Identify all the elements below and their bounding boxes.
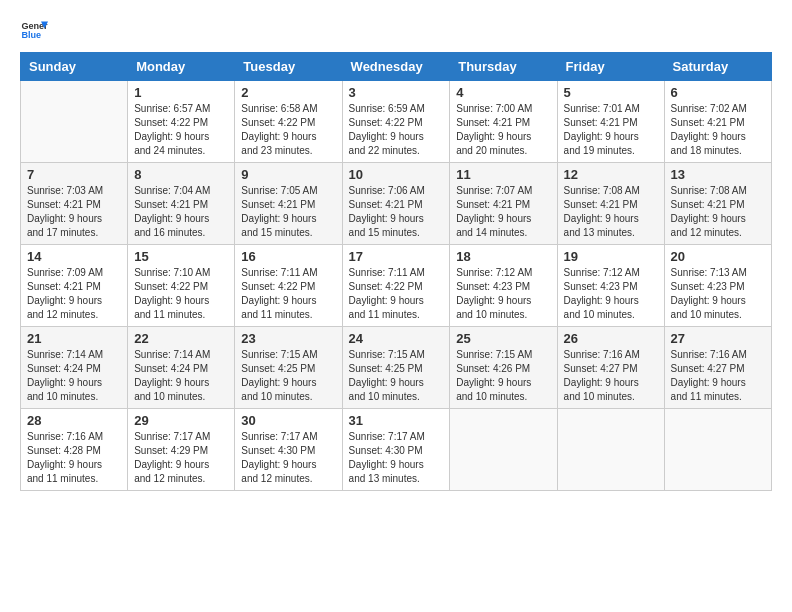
day-info: Sunrise: 7:13 AM Sunset: 4:23 PM Dayligh… <box>671 266 765 322</box>
day-number: 13 <box>671 167 765 182</box>
day-info: Sunrise: 7:14 AM Sunset: 4:24 PM Dayligh… <box>27 348 121 404</box>
day-info: Sunrise: 7:01 AM Sunset: 4:21 PM Dayligh… <box>564 102 658 158</box>
calendar-day-header: Monday <box>128 53 235 81</box>
calendar-day-cell: 1Sunrise: 6:57 AM Sunset: 4:22 PM Daylig… <box>128 81 235 163</box>
day-info: Sunrise: 7:08 AM Sunset: 4:21 PM Dayligh… <box>671 184 765 240</box>
calendar-day-cell: 14Sunrise: 7:09 AM Sunset: 4:21 PM Dayli… <box>21 245 128 327</box>
day-info: Sunrise: 7:03 AM Sunset: 4:21 PM Dayligh… <box>27 184 121 240</box>
calendar-day-cell: 13Sunrise: 7:08 AM Sunset: 4:21 PM Dayli… <box>664 163 771 245</box>
day-info: Sunrise: 7:14 AM Sunset: 4:24 PM Dayligh… <box>134 348 228 404</box>
calendar-day-cell <box>21 81 128 163</box>
calendar-day-cell: 30Sunrise: 7:17 AM Sunset: 4:30 PM Dayli… <box>235 409 342 491</box>
calendar-day-cell: 16Sunrise: 7:11 AM Sunset: 4:22 PM Dayli… <box>235 245 342 327</box>
day-info: Sunrise: 7:17 AM Sunset: 4:29 PM Dayligh… <box>134 430 228 486</box>
day-info: Sunrise: 7:08 AM Sunset: 4:21 PM Dayligh… <box>564 184 658 240</box>
calendar-day-header: Saturday <box>664 53 771 81</box>
day-number: 30 <box>241 413 335 428</box>
day-number: 2 <box>241 85 335 100</box>
day-info: Sunrise: 7:04 AM Sunset: 4:21 PM Dayligh… <box>134 184 228 240</box>
calendar-day-cell: 24Sunrise: 7:15 AM Sunset: 4:25 PM Dayli… <box>342 327 450 409</box>
calendar-week-row: 7Sunrise: 7:03 AM Sunset: 4:21 PM Daylig… <box>21 163 772 245</box>
day-number: 31 <box>349 413 444 428</box>
day-number: 19 <box>564 249 658 264</box>
day-number: 15 <box>134 249 228 264</box>
calendar-day-header: Thursday <box>450 53 557 81</box>
day-number: 5 <box>564 85 658 100</box>
calendar-day-cell: 25Sunrise: 7:15 AM Sunset: 4:26 PM Dayli… <box>450 327 557 409</box>
day-number: 24 <box>349 331 444 346</box>
calendar-day-header: Friday <box>557 53 664 81</box>
calendar-day-header: Tuesday <box>235 53 342 81</box>
day-info: Sunrise: 7:09 AM Sunset: 4:21 PM Dayligh… <box>27 266 121 322</box>
calendar-day-cell: 5Sunrise: 7:01 AM Sunset: 4:21 PM Daylig… <box>557 81 664 163</box>
logo: General Blue <box>20 16 48 44</box>
day-number: 23 <box>241 331 335 346</box>
day-info: Sunrise: 7:12 AM Sunset: 4:23 PM Dayligh… <box>456 266 550 322</box>
day-info: Sunrise: 7:11 AM Sunset: 4:22 PM Dayligh… <box>349 266 444 322</box>
day-number: 26 <box>564 331 658 346</box>
page-header: General Blue <box>20 16 772 44</box>
calendar-day-cell: 31Sunrise: 7:17 AM Sunset: 4:30 PM Dayli… <box>342 409 450 491</box>
day-info: Sunrise: 6:59 AM Sunset: 4:22 PM Dayligh… <box>349 102 444 158</box>
calendar-day-cell: 9Sunrise: 7:05 AM Sunset: 4:21 PM Daylig… <box>235 163 342 245</box>
calendar-day-cell: 27Sunrise: 7:16 AM Sunset: 4:27 PM Dayli… <box>664 327 771 409</box>
day-number: 8 <box>134 167 228 182</box>
calendar-day-cell <box>450 409 557 491</box>
day-info: Sunrise: 7:16 AM Sunset: 4:27 PM Dayligh… <box>671 348 765 404</box>
day-number: 10 <box>349 167 444 182</box>
day-info: Sunrise: 7:07 AM Sunset: 4:21 PM Dayligh… <box>456 184 550 240</box>
calendar-day-cell <box>664 409 771 491</box>
calendar-day-cell: 29Sunrise: 7:17 AM Sunset: 4:29 PM Dayli… <box>128 409 235 491</box>
day-info: Sunrise: 7:10 AM Sunset: 4:22 PM Dayligh… <box>134 266 228 322</box>
calendar-table: SundayMondayTuesdayWednesdayThursdayFrid… <box>20 52 772 491</box>
day-number: 6 <box>671 85 765 100</box>
calendar-day-cell <box>557 409 664 491</box>
day-number: 9 <box>241 167 335 182</box>
calendar-day-cell: 22Sunrise: 7:14 AM Sunset: 4:24 PM Dayli… <box>128 327 235 409</box>
calendar-day-cell: 6Sunrise: 7:02 AM Sunset: 4:21 PM Daylig… <box>664 81 771 163</box>
calendar-day-cell: 17Sunrise: 7:11 AM Sunset: 4:22 PM Dayli… <box>342 245 450 327</box>
calendar-day-cell: 21Sunrise: 7:14 AM Sunset: 4:24 PM Dayli… <box>21 327 128 409</box>
calendar-day-cell: 2Sunrise: 6:58 AM Sunset: 4:22 PM Daylig… <box>235 81 342 163</box>
day-number: 27 <box>671 331 765 346</box>
day-info: Sunrise: 7:15 AM Sunset: 4:25 PM Dayligh… <box>349 348 444 404</box>
day-info: Sunrise: 7:12 AM Sunset: 4:23 PM Dayligh… <box>564 266 658 322</box>
day-info: Sunrise: 7:17 AM Sunset: 4:30 PM Dayligh… <box>349 430 444 486</box>
day-info: Sunrise: 7:11 AM Sunset: 4:22 PM Dayligh… <box>241 266 335 322</box>
day-info: Sunrise: 7:17 AM Sunset: 4:30 PM Dayligh… <box>241 430 335 486</box>
day-number: 29 <box>134 413 228 428</box>
day-number: 1 <box>134 85 228 100</box>
logo-icon: General Blue <box>20 16 48 44</box>
calendar-header-row: SundayMondayTuesdayWednesdayThursdayFrid… <box>21 53 772 81</box>
calendar-day-cell: 10Sunrise: 7:06 AM Sunset: 4:21 PM Dayli… <box>342 163 450 245</box>
day-number: 14 <box>27 249 121 264</box>
day-info: Sunrise: 6:58 AM Sunset: 4:22 PM Dayligh… <box>241 102 335 158</box>
calendar-week-row: 1Sunrise: 6:57 AM Sunset: 4:22 PM Daylig… <box>21 81 772 163</box>
calendar-day-cell: 8Sunrise: 7:04 AM Sunset: 4:21 PM Daylig… <box>128 163 235 245</box>
day-number: 20 <box>671 249 765 264</box>
day-info: Sunrise: 7:16 AM Sunset: 4:28 PM Dayligh… <box>27 430 121 486</box>
calendar-day-cell: 7Sunrise: 7:03 AM Sunset: 4:21 PM Daylig… <box>21 163 128 245</box>
day-info: Sunrise: 7:00 AM Sunset: 4:21 PM Dayligh… <box>456 102 550 158</box>
calendar-day-cell: 3Sunrise: 6:59 AM Sunset: 4:22 PM Daylig… <box>342 81 450 163</box>
day-number: 16 <box>241 249 335 264</box>
day-number: 21 <box>27 331 121 346</box>
day-number: 11 <box>456 167 550 182</box>
calendar-week-row: 14Sunrise: 7:09 AM Sunset: 4:21 PM Dayli… <box>21 245 772 327</box>
day-number: 25 <box>456 331 550 346</box>
day-info: Sunrise: 7:05 AM Sunset: 4:21 PM Dayligh… <box>241 184 335 240</box>
day-number: 7 <box>27 167 121 182</box>
day-number: 28 <box>27 413 121 428</box>
calendar-day-header: Wednesday <box>342 53 450 81</box>
calendar-day-cell: 20Sunrise: 7:13 AM Sunset: 4:23 PM Dayli… <box>664 245 771 327</box>
calendar-day-header: Sunday <box>21 53 128 81</box>
day-number: 17 <box>349 249 444 264</box>
day-info: Sunrise: 6:57 AM Sunset: 4:22 PM Dayligh… <box>134 102 228 158</box>
calendar-day-cell: 15Sunrise: 7:10 AM Sunset: 4:22 PM Dayli… <box>128 245 235 327</box>
day-number: 3 <box>349 85 444 100</box>
day-info: Sunrise: 7:15 AM Sunset: 4:26 PM Dayligh… <box>456 348 550 404</box>
svg-text:Blue: Blue <box>21 30 41 40</box>
calendar-day-cell: 23Sunrise: 7:15 AM Sunset: 4:25 PM Dayli… <box>235 327 342 409</box>
calendar-day-cell: 19Sunrise: 7:12 AM Sunset: 4:23 PM Dayli… <box>557 245 664 327</box>
day-number: 12 <box>564 167 658 182</box>
